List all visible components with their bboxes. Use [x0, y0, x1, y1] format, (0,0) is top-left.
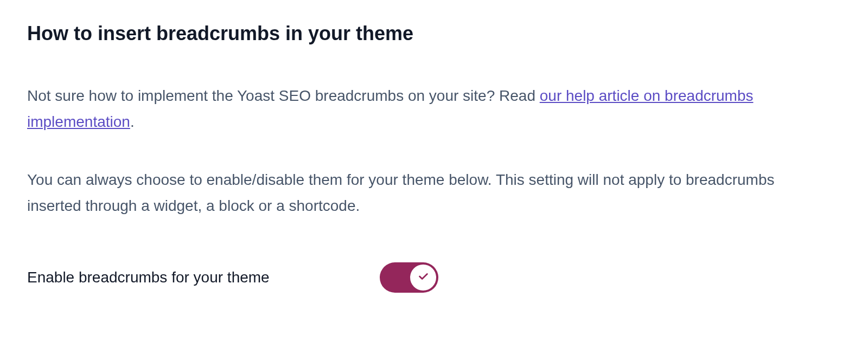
- section-heading: How to insert breadcrumbs in your theme: [27, 22, 841, 45]
- help-paragraph: Not sure how to implement the Yoast SEO …: [27, 83, 830, 134]
- toggle-knob: [410, 265, 436, 291]
- check-icon: [417, 270, 429, 285]
- info-paragraph: You can always choose to enable/disable …: [27, 167, 830, 218]
- enable-breadcrumbs-label: Enable breadcrumbs for your theme: [27, 269, 331, 286]
- help-text-before: Not sure how to implement the Yoast SEO …: [27, 87, 540, 104]
- enable-breadcrumbs-toggle[interactable]: [380, 262, 438, 293]
- help-text-after: .: [130, 113, 135, 130]
- enable-breadcrumbs-setting-row: Enable breadcrumbs for your theme: [27, 262, 841, 293]
